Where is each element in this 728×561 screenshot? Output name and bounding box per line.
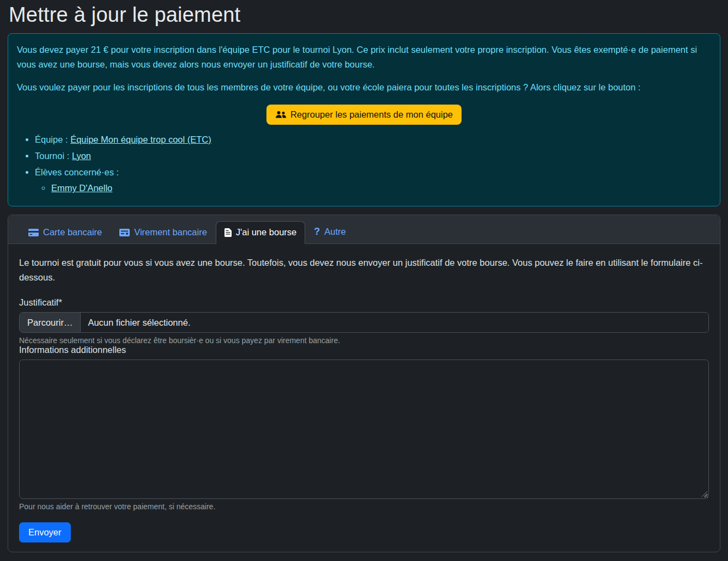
tab-carte-bancaire[interactable]: Carte bancaire bbox=[20, 221, 111, 244]
bourse-tab-panel: Le tournoi est gratuit pour vous si vous… bbox=[8, 244, 720, 552]
group-payments-button[interactable]: Regrouper les paiements de mon équipe bbox=[266, 105, 462, 125]
credit-card-icon bbox=[28, 229, 39, 236]
tab-label: Virement bancaire bbox=[134, 227, 207, 237]
payment-info-alert: Vous devez payer 21 € pour votre inscrip… bbox=[8, 33, 720, 206]
page-title: Mettre à jour le paiement bbox=[9, 3, 720, 27]
list-item-student: Emmy D'Anello bbox=[51, 181, 711, 196]
tab-label: Autre bbox=[324, 227, 345, 237]
list-item-tournament: Tournoi : Lyon bbox=[35, 149, 711, 163]
submit-button[interactable]: Envoyer bbox=[19, 522, 71, 542]
payment-page: Mettre à jour le paiement Vous devez pay… bbox=[0, 0, 728, 561]
tab-autre[interactable]: ? Autre bbox=[305, 220, 354, 244]
money-check-icon bbox=[119, 229, 130, 236]
tournament-link[interactable]: Lyon bbox=[72, 151, 91, 161]
justificatif-file-input[interactable]: Parcourir… Aucun fichier sélectionné. bbox=[19, 312, 709, 333]
justificatif-help-text: Nécessaire seulement si vous déclarez êt… bbox=[19, 336, 709, 345]
bourse-intro-text: Le tournoi est gratuit pour vous si vous… bbox=[19, 255, 709, 285]
file-invoice-icon bbox=[225, 228, 232, 237]
group-payments-button-label: Regrouper les paiements de mon équipe bbox=[290, 109, 453, 120]
informations-label: Informations additionnelles bbox=[19, 345, 709, 355]
justificatif-label: Justificatif* bbox=[19, 297, 709, 308]
team-label: Équipe : bbox=[35, 135, 70, 144]
payment-method-tabbar: Carte bancaire Virement bancaire bbox=[8, 215, 720, 244]
payment-method-card: Carte bancaire Virement bancaire bbox=[8, 215, 720, 552]
alert-paragraph-price: Vous devez payer 21 € pour votre inscrip… bbox=[17, 42, 711, 71]
alert-paragraph-group: Vous voulez payer pour les inscriptions … bbox=[17, 80, 711, 95]
registration-summary-list: Équipe : Équipe Mon équipe trop cool (ET… bbox=[17, 132, 711, 196]
additional-info-textarea[interactable] bbox=[19, 359, 709, 499]
tab-label: Carte bancaire bbox=[43, 227, 102, 237]
students-label: Élèves concerné·es : bbox=[35, 167, 119, 177]
team-link[interactable]: Équipe Mon équipe trop cool (ETC) bbox=[70, 135, 211, 144]
student-link[interactable]: Emmy D'Anello bbox=[51, 183, 112, 193]
group-button-row: Regrouper les paiements de mon équipe bbox=[17, 105, 711, 125]
file-status-text: Aucun fichier sélectionné. bbox=[81, 313, 197, 332]
tab-label: J'ai une bourse bbox=[236, 227, 296, 237]
users-icon bbox=[275, 111, 286, 119]
question-icon: ? bbox=[314, 226, 320, 237]
tab-jai-une-bourse[interactable]: J'ai une bourse bbox=[216, 221, 305, 244]
tab-virement-bancaire[interactable]: Virement bancaire bbox=[111, 221, 216, 244]
browse-button[interactable]: Parcourir… bbox=[20, 313, 81, 332]
list-item-students: Élèves concerné·es : Emmy D'Anello bbox=[35, 165, 711, 196]
informations-help-text: Pour nous aider à retrouver votre paieme… bbox=[19, 502, 709, 511]
tournament-label: Tournoi : bbox=[35, 151, 72, 161]
list-item-team: Équipe : Équipe Mon équipe trop cool (ET… bbox=[35, 132, 711, 147]
